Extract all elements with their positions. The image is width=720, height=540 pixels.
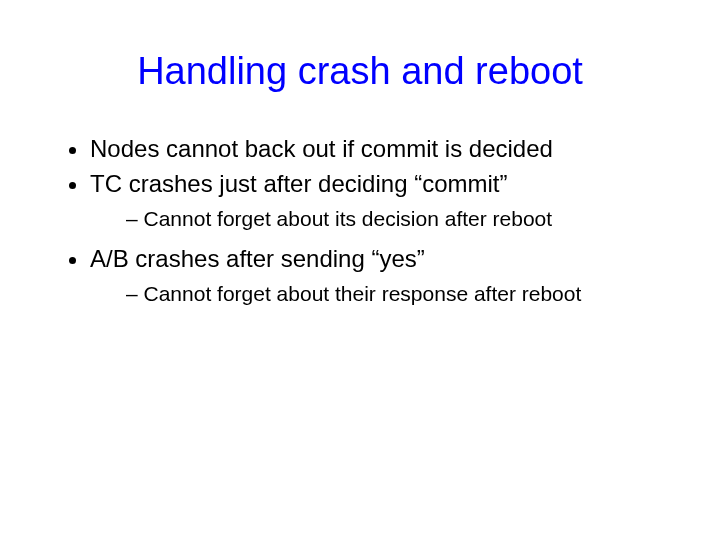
sub-bullet-list: Cannot forget about their response after… [90,280,660,307]
sub-bullet-item: Cannot forget about their response after… [126,280,660,307]
bullet-list: Nodes cannot back out if commit is decid… [60,133,660,307]
sub-bullet-list: Cannot forget about its decision after r… [90,205,660,232]
bullet-text: Nodes cannot back out if commit is decid… [90,135,553,162]
bullet-text: TC crashes just after deciding “commit” [90,170,507,197]
sub-bullet-text: Cannot forget about their response after… [144,282,582,305]
bullet-item: TC crashes just after deciding “commit” … [90,168,660,232]
slide-title: Handling crash and reboot [60,50,660,93]
slide: Handling crash and reboot Nodes cannot b… [0,0,720,307]
bullet-item: A/B crashes after sending “yes” Cannot f… [90,243,660,307]
bullet-item: Nodes cannot back out if commit is decid… [90,133,660,164]
sub-bullet-item: Cannot forget about its decision after r… [126,205,660,232]
sub-bullet-text: Cannot forget about its decision after r… [144,207,553,230]
bullet-text: A/B crashes after sending “yes” [90,245,425,272]
